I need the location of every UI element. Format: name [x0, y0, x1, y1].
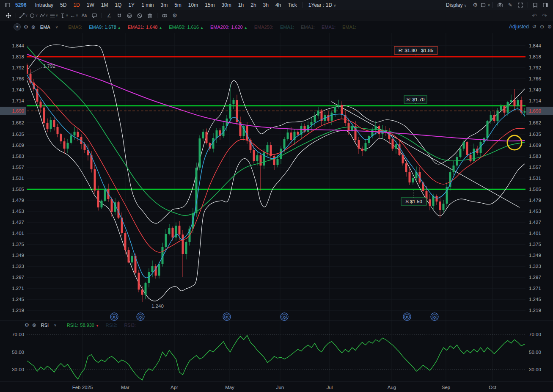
- drawing-settings-tool[interactable]: ⚙: [170, 11, 180, 20]
- highlight-circle-annotation[interactable]: [507, 135, 522, 150]
- camera-icon[interactable]: [495, 1, 505, 9]
- legend-item-EMA1[interactable]: EMA1:: [322, 25, 336, 30]
- legend-item-label: EMA1:: [322, 25, 336, 30]
- svg-text:1.375: 1.375: [12, 242, 24, 247]
- dividend-marker[interactable]: Q: [281, 313, 288, 320]
- timeframe-1Q[interactable]: 1Q: [111, 1, 125, 9]
- interval-2h[interactable]: 2h: [247, 1, 259, 9]
- timeframe-1W[interactable]: 1W: [83, 1, 98, 9]
- zoom-in-icon[interactable]: ⊕: [547, 24, 552, 30]
- legend-item-EMA50[interactable]: EMA50:1.616▲: [169, 25, 204, 30]
- rsi-settings-icon[interactable]: ⚙: [25, 323, 29, 328]
- emoji-tool[interactable]: [124, 11, 135, 20]
- legend-collapse-button[interactable]: ▾: [14, 23, 21, 30]
- rsi-name[interactable]: RSI: [41, 323, 49, 328]
- indicator-name[interactable]: EMA: [40, 25, 50, 30]
- display-menu[interactable]: Display∨: [443, 1, 470, 9]
- time-axis[interactable]: Feb 2025MarAprMayJunJulAugSepOct: [72, 385, 497, 390]
- chart-canvas[interactable]: R: $1.80 - $1.85S: $1.70S $1.501.7921.24…: [0, 21, 553, 392]
- dividend-marker[interactable]: Q: [137, 313, 144, 320]
- pencil-icon[interactable]: ✎: [505, 1, 515, 9]
- reset-zoom-icon[interactable]: ↺: [532, 24, 536, 30]
- interval-5m[interactable]: 5m: [171, 1, 185, 9]
- indicator-settings-icon[interactable]: ⚙: [24, 25, 28, 30]
- grid: [0, 33, 553, 382]
- symbol-tab[interactable]: 5296: [13, 2, 32, 8]
- zoom-out-icon[interactable]: ⊖: [540, 24, 544, 30]
- timeframe-1D[interactable]: 1D: [70, 1, 83, 9]
- price-axis-left[interactable]: 1.8441.8181.7921.7661.7401.7141.6621.635…: [12, 43, 24, 313]
- interval-1h[interactable]: 1h: [235, 1, 247, 9]
- compare-tool[interactable]: [160, 11, 170, 20]
- svg-text:Oct: Oct: [489, 385, 497, 390]
- svg-text:1.401: 1.401: [529, 231, 541, 236]
- drawing-toolbar: ∨∨∨∨∨←∨Aa∠⚙ ↶ ↷: [0, 10, 553, 21]
- svg-text:1.349: 1.349: [529, 253, 541, 258]
- trend-line-tool[interactable]: ∨: [18, 11, 28, 20]
- legend-item-EMA250[interactable]: EMA250:: [254, 25, 273, 30]
- left-panel-toggle-icon[interactable]: [3, 1, 13, 9]
- interval-3h[interactable]: 3h: [260, 1, 272, 9]
- interval-3m[interactable]: 3m: [157, 1, 171, 9]
- journal-icon[interactable]: [530, 1, 540, 9]
- legend-item-RSI2[interactable]: RSI2:: [106, 323, 118, 328]
- legend-item-EMA9[interactable]: EMA9:1.678▲: [89, 25, 121, 30]
- right-panel-icon[interactable]: [540, 1, 550, 9]
- indicator-close-icon[interactable]: ⊗: [31, 25, 36, 30]
- timeframe-1Y[interactable]: 1Y: [125, 1, 138, 9]
- legend-item-EMA5[interactable]: EMA5:: [68, 25, 82, 30]
- svg-text:1.245: 1.245: [12, 297, 24, 302]
- redo-icon[interactable]: ↷: [539, 12, 550, 19]
- support-170-label[interactable]: S: $1.70: [404, 96, 427, 105]
- angle-tool[interactable]: ∠: [104, 11, 114, 20]
- legend-item-EMA21[interactable]: EMA21:1.648▲: [128, 25, 162, 30]
- move-tool[interactable]: [3, 11, 14, 20]
- resistance-label[interactable]: R: $1.80 - $1.85: [394, 47, 437, 56]
- undo-icon[interactable]: ↶: [529, 12, 539, 19]
- interval-4h[interactable]: 4h: [272, 1, 284, 9]
- rsi-close-icon[interactable]: ⊗: [32, 323, 36, 328]
- svg-text:1.609: 1.609: [529, 143, 541, 148]
- legend-item-EMA1[interactable]: EMA1:: [280, 25, 294, 30]
- font-tool[interactable]: Aa: [79, 11, 89, 20]
- toolbar-divider: [157, 13, 157, 18]
- magnet-tool[interactable]: [114, 11, 124, 20]
- price-axis-right[interactable]: 1.8441.8181.7921.7661.7401.7141.6621.635…: [529, 43, 541, 313]
- timeframe-Intraday[interactable]: Intraday: [32, 1, 57, 9]
- text-annotation-tool[interactable]: ∨: [59, 11, 69, 20]
- zigzag-tool[interactable]: ∨: [39, 11, 49, 20]
- svg-text:1.690: 1.690: [529, 108, 541, 113]
- event-markers[interactable]: EQEQEQ: [110, 313, 438, 320]
- chart-layout-icon[interactable]: ∨: [480, 1, 490, 9]
- fullscreen-icon[interactable]: [515, 1, 525, 9]
- interval-1min[interactable]: 1 min: [138, 1, 157, 9]
- range-selector[interactable]: 1Year : 1D∨: [305, 1, 340, 9]
- ellipse-tool[interactable]: ∨: [28, 11, 39, 20]
- legend-item-RSI3[interactable]: RSI3:: [124, 323, 136, 328]
- support-150-label[interactable]: S $1.50: [401, 190, 426, 205]
- timeframe-1M[interactable]: 1M: [98, 1, 112, 9]
- legend-item-RSI1[interactable]: RSI1:58.930▼: [67, 323, 99, 328]
- interval-Tick[interactable]: Tick: [284, 1, 300, 9]
- chart-area[interactable]: R: $1.80 - $1.85S: $1.70S $1.501.7921.24…: [0, 21, 553, 392]
- interval-30m[interactable]: 30m: [218, 1, 235, 9]
- comment-tool[interactable]: [89, 11, 99, 20]
- display-settings-gear-icon[interactable]: ⚙: [470, 1, 480, 9]
- rsi-panel: 70.0070.0050.0050.0030.0030.00: [12, 332, 541, 380]
- legend-item-EMA1[interactable]: EMA1:: [342, 25, 356, 30]
- hide-drawings-tool[interactable]: [135, 11, 145, 20]
- arrow-tool[interactable]: ←∨: [69, 11, 79, 20]
- interval-10m[interactable]: 10m: [185, 1, 201, 9]
- earnings-marker[interactable]: E: [223, 313, 231, 320]
- earnings-marker[interactable]: E: [110, 313, 118, 320]
- delete-drawings-tool[interactable]: [145, 11, 155, 20]
- earnings-marker[interactable]: E: [403, 313, 411, 320]
- adjusted-toggle[interactable]: Adjusted: [509, 24, 529, 30]
- dividend-marker[interactable]: Q: [431, 313, 438, 320]
- range-selector-label: 1Year : 1D: [308, 2, 332, 8]
- fib-lines-tool[interactable]: ∨: [49, 11, 59, 20]
- legend-item-EMA1[interactable]: EMA1:: [301, 25, 315, 30]
- legend-item-EMA200[interactable]: EMA200:1.620▲: [210, 25, 248, 30]
- timeframe-5D[interactable]: 5D: [57, 1, 70, 9]
- interval-15m[interactable]: 15m: [201, 1, 218, 9]
